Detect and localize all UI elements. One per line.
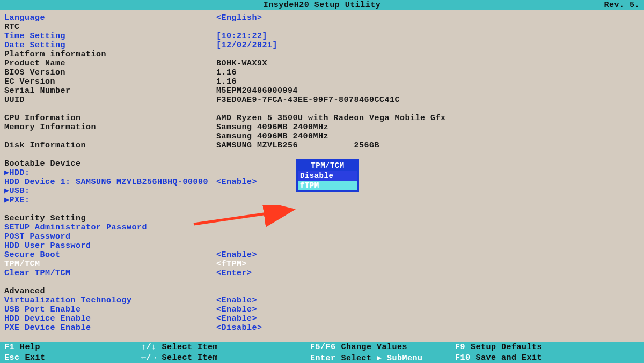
value-secure-boot: <Enable> <box>216 250 640 260</box>
label-serial: Serial Number <box>4 86 216 95</box>
label-mem: Memory Information <box>4 123 216 132</box>
row-cpu: CPU Information AMD Ryzen 5 3500U with R… <box>4 114 640 123</box>
footer-help-bar: F1Help ↑/↓Select Item F5/F6Change Values… <box>0 342 644 363</box>
label-usb-port: USB Port Enable <box>4 305 216 314</box>
label-tpm: TPM/TCM <box>4 260 216 269</box>
footer-f10-save: F10Save and Exit <box>451 353 644 362</box>
value-cpu: AMD Ryzen 5 3500U with Radeon Vega Mobil… <box>216 114 640 123</box>
footer-f5f6-change: F5/F6Change Values <box>306 343 451 352</box>
value-hdd1: <Enable> <box>216 177 640 187</box>
label-usb: ▶USB: <box>4 187 216 196</box>
label-hdd: ▶HDD: <box>4 168 216 177</box>
label-cpu: CPU Information <box>4 114 216 123</box>
row-clear-tpm[interactable]: Clear TPM/TCM <Enter> <box>4 269 640 278</box>
label-post-pass: POST Password <box>4 232 216 241</box>
label-language: Language <box>4 13 216 23</box>
row-disk: Disk Information SAMSUNG MZVLB256 256GB <box>4 141 640 150</box>
value-usb-port: <Enable> <box>216 305 640 314</box>
label-bootable: Bootable Device <box>4 159 216 168</box>
row-mem1: Memory Information Samsung 4096MB 2400MH… <box>4 123 640 132</box>
label-uuid: UUID <box>4 95 216 105</box>
row-pxe-enable[interactable]: PXE Device Enable <Disable> <box>4 323 640 332</box>
value-mem2: Samsung 4096MB 2400MHz <box>216 132 640 141</box>
value-uuid: F3ED0AE9-7FCA-43EE-99F7-8078460CC41C <box>216 95 640 105</box>
title-text: InsydeH20 Setup Utility <box>264 1 381 10</box>
label-secure-boot: Secure Boot <box>4 250 216 260</box>
row-mem2: Samsung 4096MB 2400MHz <box>4 132 640 141</box>
footer-esc-exit: EscExit <box>0 353 137 362</box>
value-hdd-en: <Enable> <box>216 314 640 323</box>
label-ec: EC Version <box>4 77 216 86</box>
row-advanced-header: Advanced <box>4 287 640 296</box>
label-bios: BIOS Version <box>4 68 216 77</box>
row-date[interactable]: Date Setting [12/02/2021] <box>4 41 640 50</box>
row-ec: EC Version 1.16 <box>4 77 640 86</box>
value-mem1: Samsung 4096MB 2400MHz <box>216 123 640 132</box>
row-language[interactable]: Language <English> <box>4 13 640 23</box>
row-post-password[interactable]: POST Password <box>4 232 640 241</box>
footer-leftright-select: ←/→Select Item <box>137 353 306 362</box>
value-date: [12/02/2021] <box>216 41 640 50</box>
tpm-popup-title: TPM/TCM <box>298 160 357 171</box>
title-bar: InsydeH20 Setup Utility Rev. 5. <box>0 0 644 10</box>
value-bios: 1.16 <box>216 68 640 77</box>
row-bios: BIOS Version 1.16 <box>4 68 640 77</box>
value-language: <English> <box>216 13 640 23</box>
row-virtualization[interactable]: Virtualization Technology <Enable> <box>4 296 640 305</box>
row-usb-port-enable[interactable]: USB Port Enable <Enable> <box>4 305 640 314</box>
label-date: Date Setting <box>4 41 216 50</box>
label-clear-tpm: Clear TPM/TCM <box>4 269 216 278</box>
footer-enter-submenu: EnterSelect ▶ SubMenu <box>306 353 451 363</box>
row-time[interactable]: Time Setting [10:21:22] <box>4 32 640 41</box>
label-hdd-pass: HDD User Password <box>4 241 216 250</box>
label-platform: Platform information <box>4 50 216 59</box>
value-pxe-en: <Disable> <box>216 323 640 332</box>
footer-updown-select: ↑/↓Select Item <box>137 343 306 352</box>
row-platform-header: Platform information <box>4 50 640 59</box>
label-disk: Disk Information <box>4 141 216 150</box>
label-hdd1: HDD Device 1: SAMSUNG MZVLB256HBHQ-00000 <box>4 177 216 187</box>
label-setup-pass: SETUP Administrator Password <box>4 223 216 232</box>
label-virt: Virtualization Technology <box>4 296 216 305</box>
row-uuid: UUID F3ED0AE9-7FCA-43EE-99F7-8078460CC41… <box>4 95 640 105</box>
label-mem2 <box>4 132 216 141</box>
value-disk: SAMSUNG MZVLB256 256GB <box>216 141 640 150</box>
label-pxe-en: PXE Device Enable <box>4 323 216 332</box>
row-hdd-enable[interactable]: HDD Device Enable <Enable> <box>4 314 640 323</box>
tpm-popup[interactable]: TPM/TCM Disable fTPM <box>297 159 358 191</box>
label-security: Security Setting <box>4 214 216 223</box>
row-tpm-tcm[interactable]: TPM/TCM <fTPM> <box>4 260 640 269</box>
footer-f1-help: F1Help <box>0 343 137 352</box>
value-tpm: <fTPM> <box>216 260 640 269</box>
row-setup-password[interactable]: SETUP Administrator Password <box>4 223 640 232</box>
row-product: Product Name BOHK-WAX9X <box>4 59 640 68</box>
label-pxe: ▶PXE: <box>4 196 216 205</box>
row-rtc: RTC <box>4 23 640 32</box>
value-virt: <Enable> <box>216 296 640 305</box>
label-hdd-en: HDD Device Enable <box>4 314 216 323</box>
row-secure-boot[interactable]: Secure Boot <Enable> <box>4 250 640 260</box>
value-clear-tpm: <Enter> <box>216 269 640 278</box>
value-time: [10:21:22] <box>216 32 640 41</box>
row-hdd-password[interactable]: HDD User Password <box>4 241 640 250</box>
label-rtc: RTC <box>4 23 216 32</box>
value-ec: 1.16 <box>216 77 640 86</box>
label-advanced: Advanced <box>4 287 216 296</box>
footer-f9-defaults: F9Setup Defaults <box>451 343 644 352</box>
value-rtc <box>216 23 640 32</box>
row-serial: Serial Number M5EPM20406000994 <box>4 86 640 95</box>
row-pxe[interactable]: ▶PXE: <box>4 196 640 205</box>
tpm-popup-option-disable[interactable]: Disable <box>298 171 357 181</box>
label-time: Time Setting <box>4 32 216 41</box>
value-serial: M5EPM20406000994 <box>216 86 640 95</box>
revision-text: Rev. 5. <box>604 1 640 10</box>
value-product: BOHK-WAX9X <box>216 59 640 68</box>
label-product: Product Name <box>4 59 216 68</box>
row-security-header: Security Setting <box>4 214 640 223</box>
tpm-popup-option-ftpm[interactable]: fTPM <box>298 181 357 190</box>
